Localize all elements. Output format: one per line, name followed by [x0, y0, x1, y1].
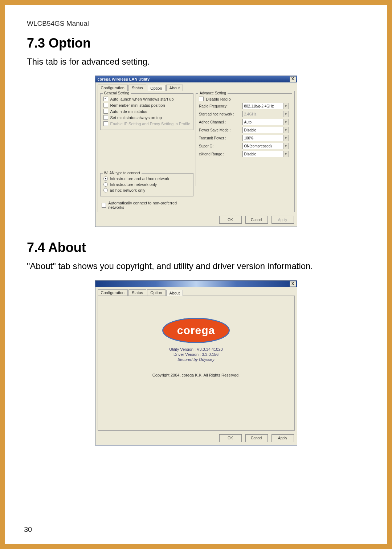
chk-auto-hide[interactable]: Auto hide mini status: [103, 108, 191, 114]
driver-version-label: Driver Version :: [173, 352, 201, 357]
start-adhoc-select: 2.4GHz▼: [242, 111, 289, 117]
radio-infrastructure-only[interactable]: Infrastructure network only: [103, 182, 191, 187]
chevron-down-icon[interactable]: ▼: [283, 103, 289, 109]
tab-about[interactable]: About: [166, 290, 183, 296]
about-pane: corega Utility Version : V3.0.34.41020 D…: [98, 296, 295, 431]
checkbox-icon[interactable]: [103, 103, 108, 107]
tab-option[interactable]: Option: [147, 289, 165, 296]
section-heading-option: 7.3 Option: [27, 36, 365, 51]
adhoc-channel-label: Adhoc Channel :: [199, 120, 240, 124]
wlan-type-legend: WLAN type to connect: [103, 171, 142, 175]
advance-setting-group: Advance Setting Disable Radio Radio Freq…: [196, 93, 292, 186]
tab-status[interactable]: Status: [128, 85, 146, 91]
chk-always-on-top[interactable]: Set mini status always on top: [103, 114, 191, 121]
chevron-down-icon[interactable]: ▼: [283, 119, 289, 125]
title-bar: X: [95, 281, 297, 287]
chevron-down-icon[interactable]: ▼: [283, 135, 289, 141]
window-title: corega Wireless LAN Utility: [98, 77, 150, 81]
copyright-line: Copyright 2004, corega K.K. All Rights R…: [98, 373, 294, 377]
section-text-option: This tab is for advanced setting.: [27, 56, 365, 68]
power-save-select[interactable]: Disable▼: [242, 127, 289, 133]
power-save-label: Power Save Mode :: [199, 128, 240, 132]
chk-remember-position[interactable]: Remember mini status position: [103, 102, 191, 108]
checkbox-icon[interactable]: ✓: [103, 97, 108, 101]
extend-range-label: eXtend Range :: [199, 152, 240, 156]
page-number: 30: [24, 525, 32, 534]
extend-range-select[interactable]: Disable▼: [242, 151, 289, 157]
utility-version-label: Utility Version :: [169, 347, 196, 351]
driver-version-value: 3.3.0.156: [202, 352, 219, 357]
radio-frequency-label: Radio Frequency :: [199, 104, 240, 108]
chevron-down-icon[interactable]: ▼: [283, 127, 289, 133]
adhoc-channel-select[interactable]: Auto▼: [242, 119, 289, 125]
apply-button[interactable]: Apply: [271, 434, 294, 442]
checkbox-icon[interactable]: [102, 203, 106, 208]
close-icon[interactable]: X: [290, 76, 296, 82]
tab-option[interactable]: Option: [147, 85, 165, 91]
super-g-select[interactable]: ON(compressed)▼: [242, 143, 289, 149]
transmit-power-select[interactable]: 100%▼: [242, 135, 289, 141]
chevron-down-icon: ▼: [283, 111, 289, 117]
chk-disable-radio[interactable]: Disable Radio: [199, 96, 289, 102]
tab-configuration[interactable]: Configuration: [98, 85, 128, 91]
radio-both-networks[interactable]: Infrastructure and ad hoc network: [103, 176, 191, 182]
transmit-power-label: Transmit Power :: [199, 136, 240, 140]
tab-configuration[interactable]: Configuration: [98, 289, 128, 296]
corega-logo-icon: corega: [162, 318, 230, 343]
document-header: WLCB54GS Manual: [27, 20, 365, 28]
super-g-label: Super G :: [199, 144, 240, 148]
driver-version-row: Driver Version : 3.3.0.156: [98, 352, 294, 357]
general-setting-legend: General Setting: [103, 91, 131, 95]
document-page: WLCB54GS Manual 7.3 Option This tab is f…: [5, 5, 387, 544]
dialog-button-row: OK Cancel Apply: [95, 214, 297, 227]
option-dialog: corega Wireless LAN Utility X Configurat…: [95, 76, 297, 227]
radio-frequency-select[interactable]: 802.11b/g-2.4GHz▼: [242, 103, 289, 109]
advance-setting-legend: Advance Setting: [198, 91, 228, 95]
tabs-row: Configuration Status Option About: [95, 287, 297, 296]
checkbox-icon[interactable]: [199, 97, 204, 101]
chevron-down-icon[interactable]: ▼: [283, 151, 289, 157]
radio-icon[interactable]: [103, 182, 108, 187]
utility-version-value: V3.0.34.41020: [197, 347, 223, 351]
cancel-button[interactable]: Cancel: [245, 434, 268, 442]
chevron-down-icon[interactable]: ▼: [283, 143, 289, 149]
chk-auto-connect-nonpreferred[interactable]: Automatically connect to non-preferred n…: [100, 199, 194, 210]
checkbox-icon[interactable]: [103, 115, 108, 120]
cancel-button[interactable]: Cancel: [245, 216, 268, 224]
about-dialog: X Configuration Status Option About core…: [95, 280, 297, 446]
ok-button[interactable]: OK: [219, 434, 242, 442]
secured-by-line: Secured by Odyssey: [98, 357, 294, 362]
apply-button: Apply: [271, 216, 294, 224]
chk-enable-ip-proxy: Enable IP Setting and Proxy Setting in P…: [103, 121, 191, 127]
option-pane: General Setting ✓Auto launch when Window…: [98, 91, 295, 212]
section-heading-about: 7.4 About: [27, 240, 365, 255]
tabs-row: Configuration Status Option About: [95, 82, 297, 91]
radio-icon[interactable]: [103, 176, 108, 181]
dialog-button-row: OK Cancel Apply: [95, 433, 297, 445]
start-adhoc-label: Start ad hoc network :: [199, 112, 240, 116]
checkbox-icon: [103, 121, 108, 126]
radio-icon[interactable]: [103, 188, 108, 192]
tab-status[interactable]: Status: [128, 289, 146, 296]
wlan-type-group: WLAN type to connect Infrastructure and …: [100, 173, 194, 196]
tab-about[interactable]: About: [166, 85, 183, 91]
close-icon[interactable]: X: [290, 281, 296, 287]
radio-adhoc-only[interactable]: ad hoc network only: [103, 187, 191, 193]
chk-auto-launch[interactable]: ✓Auto launch when Windows start up: [103, 96, 191, 102]
general-setting-group: General Setting ✓Auto launch when Window…: [100, 93, 194, 130]
checkbox-icon[interactable]: [103, 109, 108, 114]
ok-button[interactable]: OK: [219, 216, 242, 224]
title-bar: corega Wireless LAN Utility X: [95, 76, 297, 82]
section-text-about: "About" tab shows you copyright, and uti…: [27, 260, 365, 272]
utility-version-row: Utility Version : V3.0.34.41020: [98, 347, 294, 352]
